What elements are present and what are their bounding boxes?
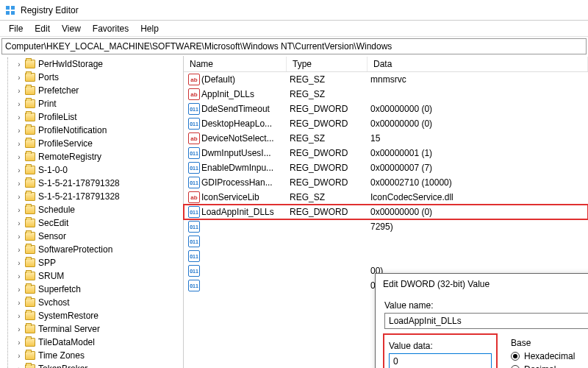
tree-node[interactable]: ›Terminal Server <box>0 322 183 336</box>
value-row[interactable]: 011 <box>184 234 588 249</box>
menu-edit[interactable]: Edit <box>29 22 56 35</box>
radio-dec[interactable]: Decimal <box>511 364 575 368</box>
tree-node[interactable]: ›Superfetch <box>0 283 183 296</box>
col-type[interactable]: Type <box>287 57 368 71</box>
string-value-icon: ab <box>188 88 200 100</box>
chevron-right-icon: › <box>15 153 24 161</box>
col-data[interactable]: Data <box>368 57 588 71</box>
value-row[interactable]: 011DwmInputUsesI...REG_DWORD0x00000001 (… <box>184 146 588 160</box>
folder-icon <box>25 205 35 214</box>
tree-node[interactable]: ›RemoteRegistry <box>0 150 183 163</box>
tree-node-label: ProfileService <box>38 138 93 149</box>
value-row[interactable]: 0117295) <box>184 219 588 234</box>
folder-icon <box>25 364 35 368</box>
value-type: REG_DWORD <box>290 118 370 129</box>
tree-node[interactable]: ›Prefetcher <box>0 84 183 97</box>
tree-node-label: SRUM <box>38 271 64 281</box>
menu-view[interactable]: View <box>56 22 87 35</box>
title-bar: Registry Editor <box>0 0 588 21</box>
tree-node-label: S-1-5-21-178791328 <box>38 178 120 188</box>
tree-node-label: Svchost <box>38 297 70 308</box>
key-tree[interactable]: ›PerHwIdStorage›Ports›Prefetcher›Print›P… <box>0 56 184 368</box>
value-type: REG_DWORD <box>290 163 370 173</box>
value-row[interactable]: abIconServiceLibREG_SZIconCodecService.d… <box>184 190 588 205</box>
tree-node[interactable]: ›SPP <box>0 256 183 269</box>
radio-dec-icon <box>511 365 520 368</box>
value-row[interactable]: 011EnableDwmInpu...REG_DWORD0x00000007 (… <box>184 160 588 175</box>
value-type: REG_DWORD <box>290 177 370 188</box>
value-name: LoadAppInit_DLLs <box>201 207 290 217</box>
value-type: REG_SZ <box>290 74 370 85</box>
dword-value-icon: 011 <box>188 250 200 262</box>
menu-file[interactable]: File <box>3 22 29 35</box>
tree-node-label: Print <box>38 99 57 109</box>
value-data-input[interactable] <box>389 353 492 368</box>
value-name: DesktopHeapLo... <box>201 118 290 129</box>
value-row[interactable]: ab(Default)REG_SZmnmsrvc <box>184 72 588 87</box>
tree-node[interactable]: ›SystemRestore <box>0 309 183 322</box>
tree-node[interactable]: ›SecEdit <box>0 216 183 230</box>
tree-node[interactable]: ›ProfileNotification <box>0 124 183 137</box>
menu-help[interactable]: Help <box>135 22 165 35</box>
value-type: REG_SZ <box>290 133 370 144</box>
dialog-title: Edit DWORD (32-bit) Value <box>383 279 490 289</box>
value-row[interactable]: 011LoadAppInit_DLLsREG_DWORD0x00000000 (… <box>184 205 588 219</box>
value-row[interactable]: 011GDIProcessHan...REG_DWORD0x00002710 (… <box>184 175 588 190</box>
tree-node[interactable]: ›S-1-5-21-178791328 <box>0 177 183 190</box>
list-header[interactable]: Name Type Data <box>184 56 588 72</box>
tree-node[interactable]: ›S-1-5-21-178791328 <box>0 190 183 203</box>
tree-node[interactable]: ›SoftwareProtection <box>0 243 183 256</box>
value-name-label: Value name: <box>384 300 588 311</box>
value-row[interactable]: 011 <box>184 249 588 263</box>
tree-node[interactable]: ›S-1-0-0 <box>0 163 183 177</box>
folder-icon <box>25 152 35 161</box>
tree-node[interactable]: ›Schedule <box>0 203 183 216</box>
menu-favorites[interactable]: Favorites <box>87 22 135 35</box>
edit-dword-dialog: Edit DWORD (32-bit) Value ✕ Value name: … <box>375 273 588 368</box>
radio-hex-label: Hexadecimal <box>524 351 575 361</box>
folder-icon <box>25 192 35 201</box>
radio-hex[interactable]: Hexadecimal <box>511 351 575 361</box>
tree-node[interactable]: ›TokenBroker <box>0 362 183 368</box>
chevron-right-icon: › <box>15 193 24 201</box>
tree-node-label: Prefetcher <box>38 85 79 96</box>
value-name: IconServiceLib <box>201 192 290 202</box>
tree-node[interactable]: ›SRUM <box>0 269 183 283</box>
chevron-right-icon: › <box>15 299 24 307</box>
tree-node-label: SecEdit <box>38 218 68 228</box>
address-bar[interactable]: Computer\HKEY_LOCAL_MACHINE\SOFTWARE\Mic… <box>1 38 587 54</box>
registry-editor-icon <box>4 4 16 16</box>
tree-node[interactable]: ›Svchost <box>0 296 183 309</box>
tree-node[interactable]: ›PerHwIdStorage <box>0 57 183 71</box>
folder-icon <box>25 351 35 360</box>
folder-icon <box>25 272 35 280</box>
tree-node[interactable]: ›Ports <box>0 71 183 84</box>
folder-icon <box>25 219 35 227</box>
tree-node[interactable]: ›Print <box>0 97 183 110</box>
tree-node[interactable]: ›Sensor <box>0 230 183 243</box>
col-name[interactable]: Name <box>184 57 287 71</box>
value-name: DwmInputUsesI... <box>201 148 290 158</box>
value-row[interactable]: 011DesktopHeapLo...REG_DWORD0x00000000 (… <box>184 116 588 131</box>
folder-icon <box>25 232 35 241</box>
dword-value-icon: 011 <box>188 280 200 291</box>
tree-node-label: Time Zones <box>38 350 85 361</box>
folder-icon <box>25 60 35 68</box>
chevron-right-icon: › <box>15 365 24 369</box>
tree-node[interactable]: ›Time Zones <box>0 349 183 362</box>
dword-value-icon: 011 <box>188 147 200 159</box>
value-row[interactable]: abAppInit_DLLsREG_SZ <box>184 87 588 102</box>
value-row[interactable]: 011DdeSendTimeoutREG_DWORD0x00000000 (0) <box>184 102 588 116</box>
value-name: DdeSendTimeout <box>201 104 290 114</box>
chevron-right-icon: › <box>15 286 24 294</box>
dword-value-icon: 011 <box>188 236 200 247</box>
tree-node-label: Ports <box>38 72 59 82</box>
radio-hex-icon <box>511 352 520 361</box>
tree-node[interactable]: ›TileDataModel <box>0 336 183 349</box>
value-name: (Default) <box>201 74 290 85</box>
value-name-input[interactable] <box>384 313 588 329</box>
tree-node[interactable]: ›ProfileList <box>0 110 183 124</box>
tree-node-label: Sensor <box>38 231 66 241</box>
tree-node[interactable]: ›ProfileService <box>0 137 183 150</box>
value-row[interactable]: abDeviceNotSelect...REG_SZ15 <box>184 131 588 146</box>
